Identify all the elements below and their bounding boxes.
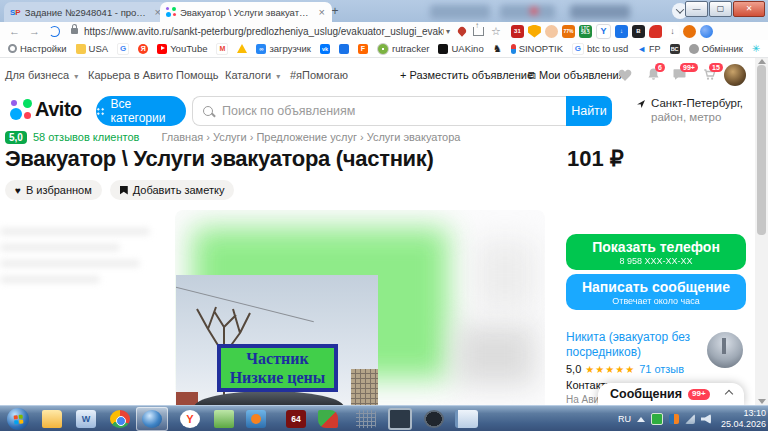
tab-task[interactable]: SP Задание №2948041 - просмотр з ×	[4, 2, 168, 22]
user-avatar[interactable]	[724, 64, 746, 86]
maximize-button[interactable]: ▢	[709, 1, 732, 17]
add-note-button[interactable]: Добавить заметку	[110, 180, 235, 200]
cart-icon[interactable]: 15	[702, 67, 717, 84]
seller-name-link[interactable]: Никита (эвакуатор безпосредников)	[566, 330, 696, 360]
reviews-link[interactable]: 58 отзывов клиентов	[33, 131, 139, 143]
nav-career[interactable]: Карьера в Авито	[88, 69, 173, 81]
photo-gallery[interactable]: Частник Низкие цены	[175, 210, 545, 405]
taskbar-card-reader[interactable]	[208, 407, 240, 431]
bookmark-fp[interactable]: ◄FP	[637, 44, 660, 54]
search-input[interactable]	[220, 103, 566, 119]
taskbar-chrome[interactable]	[104, 407, 136, 431]
my-ads-link[interactable]: ⧉ Мои объявления	[528, 69, 625, 82]
bookmark-obmin[interactable]: Обмінник	[689, 43, 743, 54]
scroll-down-icon[interactable]	[758, 399, 766, 404]
taskbar-explorer[interactable]	[36, 407, 68, 431]
orange-dot-extension-icon[interactable]	[683, 25, 696, 38]
favorites-heart-icon[interactable]	[617, 67, 633, 84]
bookmark-asterisk[interactable]: ✳	[752, 43, 760, 54]
share-icon[interactable]	[473, 27, 484, 36]
downloader-extension-icon[interactable]: ↓	[615, 25, 628, 38]
tray-network-icon[interactable]	[685, 414, 695, 424]
tab-close-icon[interactable]: ×	[318, 6, 326, 18]
bookmark-btc[interactable]: Gbtc to usd	[572, 43, 628, 55]
avito-logo[interactable]: Avito	[10, 98, 82, 121]
taskbar-w-shield[interactable]: W	[70, 407, 102, 431]
notifications-bell-icon[interactable]: 6	[646, 67, 661, 84]
seller-reviews-link[interactable]: 71 отзыв	[639, 363, 684, 375]
breadcrumb-evacuator[interactable]: Услуги эвакуатора	[367, 131, 461, 143]
page-scrollbar[interactable]	[755, 58, 768, 405]
pin-icon[interactable]	[456, 25, 467, 36]
tab-avito[interactable]: Эвакуатор \ Услуги эвакуатора (ч ×	[160, 2, 332, 22]
bookmark-youtube[interactable]: YouTube	[157, 43, 207, 54]
taskbar-browser-active[interactable]	[136, 407, 168, 431]
tray-flame-icon[interactable]	[669, 414, 679, 424]
shield-extension-icon[interactable]	[528, 25, 541, 38]
bookmark-vk[interactable]: vk	[320, 44, 330, 54]
url-caret-icon[interactable]: ▾	[446, 27, 450, 36]
messenger-widget[interactable]: Сообщения 99+	[598, 383, 744, 405]
b-extension-icon[interactable]: B	[632, 25, 645, 38]
scrollbar-thumb[interactable]	[757, 65, 766, 235]
bookmark-google[interactable]: G	[117, 43, 129, 55]
bookmark-drive[interactable]	[237, 44, 247, 53]
bookmark-settings[interactable]: Настройки	[8, 43, 67, 54]
nav-business[interactable]: Для бизнеса ▾	[5, 69, 78, 81]
bookmark-chess[interactable]: ♞	[493, 43, 502, 54]
bookmark-uakino[interactable]: UAKino	[438, 43, 483, 54]
taskbar-media-player[interactable]	[240, 407, 272, 431]
language-indicator[interactable]: RU	[618, 414, 631, 424]
percent-extension-icon[interactable]: 77%	[562, 25, 575, 38]
taskbar-calculator[interactable]	[350, 407, 382, 431]
messages-chat-icon[interactable]: 99+	[672, 67, 687, 84]
minimize-button[interactable]: —	[685, 1, 708, 17]
seller-avatar[interactable]	[707, 332, 743, 368]
nav-catalogs[interactable]: Каталоги ▾	[225, 69, 280, 81]
breadcrumb-home[interactable]: Главная	[161, 131, 203, 143]
taskbar-monitor-app[interactable]	[384, 407, 416, 431]
nav-helping[interactable]: #яПомогаю	[290, 69, 348, 81]
all-categories-button[interactable]: Все категории	[96, 96, 186, 126]
ltc-extension-icon[interactable]: LTC56.5	[579, 25, 592, 38]
taskbar-notepad[interactable]	[450, 407, 482, 431]
scroll-up-icon[interactable]	[758, 59, 766, 64]
tray-expand-icon[interactable]	[637, 417, 645, 422]
y-extension-icon[interactable]: Y	[596, 24, 611, 39]
bookmark-downloader[interactable]: ∞загрузчик	[256, 43, 310, 54]
show-phone-button[interactable]: Показать телефон 8 958 XXX-XX-XX	[566, 234, 746, 270]
bookmark-f[interactable]: F	[358, 44, 368, 54]
taskbar-aida64[interactable]: 64	[280, 407, 312, 431]
taskbar-clock-app[interactable]	[418, 407, 450, 431]
puzzle-extension-icon[interactable]	[649, 25, 662, 38]
write-message-button[interactable]: Написать сообщение Отвечает около часа	[566, 274, 746, 310]
tray-clock[interactable]: 13:1025.04.2026	[721, 408, 766, 430]
reload-icon[interactable]	[49, 26, 60, 37]
bookmark-sinoptik[interactable]: SINOPTIK	[511, 43, 563, 54]
chevron-up-icon[interactable]	[725, 390, 733, 398]
find-button[interactable]: Найти	[566, 96, 612, 126]
breadcrumb-services[interactable]: Услуги	[213, 131, 247, 143]
bookmark-rutracker[interactable]: rutracker	[377, 43, 429, 55]
tray-volume-icon[interactable]	[701, 414, 711, 424]
taskbar-yandex[interactable]: Y	[174, 407, 206, 431]
calendar-extension-icon[interactable]: 31	[511, 25, 524, 38]
nav-help[interactable]: Помощь	[176, 69, 219, 81]
tray-display-icon[interactable]	[651, 413, 663, 425]
bookmark-yandex[interactable]: Я	[138, 44, 148, 54]
location-selector[interactable]: Санкт-Петербург,район, метро	[636, 96, 743, 124]
close-button[interactable]: ✕	[733, 1, 765, 17]
new-tab-button[interactable]: +	[326, 4, 344, 20]
face-extension-icon[interactable]	[545, 25, 558, 38]
download-icon[interactable]: ↓	[666, 25, 679, 38]
padlock-icon[interactable]	[71, 28, 78, 34]
bookmark-usa-folder[interactable]: USA	[76, 43, 109, 54]
favorite-button[interactable]: ♥В избранном	[5, 180, 102, 200]
post-ad-link[interactable]: + Разместить объявление	[400, 69, 533, 81]
bookmark-gmail[interactable]: M	[216, 43, 228, 55]
forward-icon[interactable]: →	[29, 25, 40, 37]
bookmark-blue[interactable]	[339, 44, 349, 54]
globe-extension-icon[interactable]	[700, 25, 713, 38]
bookmark-bc[interactable]: BC	[670, 44, 680, 54]
main-photo[interactable]: Частник Низкие цены	[176, 275, 378, 405]
